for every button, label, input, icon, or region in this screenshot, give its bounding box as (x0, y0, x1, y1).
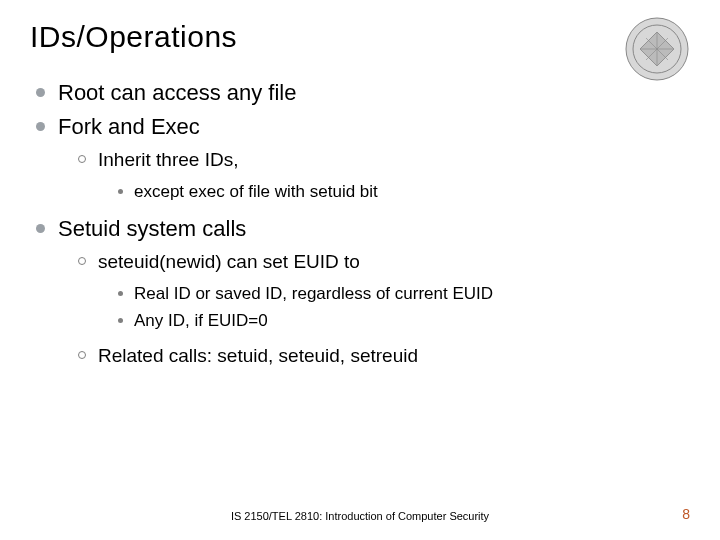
bullet-inherit-ids: Inherit three IDs, except exec of file w… (78, 147, 690, 203)
sublist: Inherit three IDs, except exec of file w… (78, 147, 690, 203)
bullet-text: Real ID or saved ID, regardless of curre… (134, 284, 493, 303)
bullet-except-setuid: except exec of file with setuid bit (118, 180, 690, 204)
footer-course: IS 2150/TEL 2810: Introduction of Comput… (0, 510, 720, 522)
footer: IS 2150/TEL 2810: Introduction of Comput… (0, 510, 720, 522)
slide: IDs/Operations Root can access any file … (0, 0, 720, 540)
sublist: seteuid(newid) can set EUID to Real ID o… (78, 249, 690, 369)
subsublist: except exec of file with setuid bit (118, 180, 690, 204)
bullet-any-id: Any ID, if EUID=0 (118, 309, 690, 333)
bullet-text: Setuid system calls (58, 216, 246, 241)
bullet-text: Fork and Exec (58, 114, 200, 139)
bullet-list: Root can access any file Fork and Exec I… (36, 78, 690, 369)
page-number: 8 (682, 506, 690, 522)
bullet-text: Any ID, if EUID=0 (134, 311, 268, 330)
bullet-text: except exec of file with setuid bit (134, 182, 378, 201)
bullet-text: seteuid(newid) can set EUID to (98, 251, 360, 272)
bullet-real-saved: Real ID or saved ID, regardless of curre… (118, 282, 690, 306)
bullet-text: Related calls: setuid, seteuid, setreuid (98, 345, 418, 366)
bullet-text: Inherit three IDs, (98, 149, 238, 170)
bullet-root-access: Root can access any file (36, 78, 690, 108)
seal-icon (624, 16, 690, 82)
bullet-seteuid: seteuid(newid) can set EUID to Real ID o… (78, 249, 690, 332)
bullet-related-calls: Related calls: setuid, seteuid, setreuid (78, 343, 690, 370)
bullet-fork-exec: Fork and Exec Inherit three IDs, except … (36, 112, 690, 204)
slide-title: IDs/Operations (30, 20, 690, 54)
bullet-setuid-calls: Setuid system calls seteuid(newid) can s… (36, 214, 690, 369)
bullet-text: Root can access any file (58, 80, 296, 105)
subsublist: Real ID or saved ID, regardless of curre… (118, 282, 690, 333)
